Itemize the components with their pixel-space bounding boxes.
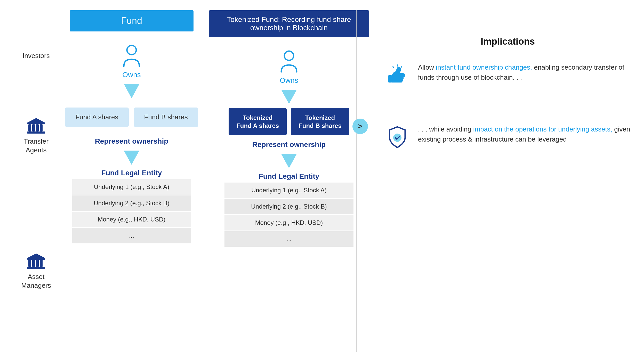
tokenized-owns-label: Owns — [280, 76, 298, 85]
tokenized-entity-title: Fund Legal Entity — [224, 172, 353, 180]
implication-1: Allow instant fund ownership changes, en… — [384, 62, 631, 88]
gt-symbol: > — [352, 119, 368, 134]
svg-rect-1 — [27, 131, 45, 134]
fund-column: Fund Owns Fund A shares Fund B shares Re… — [57, 10, 206, 352]
svg-rect-0 — [27, 123, 45, 124]
svg-rect-8 — [27, 267, 45, 269]
svg-rect-2 — [28, 124, 31, 131]
page-layout: Investors TransferAgents — [0, 0, 644, 362]
asset-managers-role: AssetManagers — [15, 252, 57, 290]
svg-rect-23 — [388, 75, 392, 83]
tokenized-column: > Tokenized Fund: Recording fund share o… — [206, 10, 372, 352]
fund-owns-label: Owns — [122, 71, 141, 79]
tokenized-money: Money (e.g., HKD, USD) — [224, 215, 353, 231]
tokenized-legal-entity: Fund Legal Entity Underlying 1 (e.g., St… — [224, 172, 353, 248]
tokenized-fund-b-box: Tokenized Fund B shares — [291, 108, 349, 135]
roles-column: Investors TransferAgents — [15, 10, 57, 352]
investor-person-fund — [121, 44, 142, 69]
svg-marker-16 — [124, 151, 139, 165]
tokenized-underlying1: Underlying 1 (e.g., Stock A) — [224, 183, 353, 198]
implication-2: . . . while avoiding impact on the opera… — [384, 124, 631, 150]
svg-marker-15 — [124, 84, 139, 98]
svg-line-22 — [393, 66, 394, 68]
fund-entity-title: Fund Legal Entity — [72, 169, 191, 177]
implication-1-text: Allow instant fund ownership changes, en… — [418, 62, 631, 83]
tokenized-fund-a-box: Tokenized Fund A shares — [229, 108, 287, 135]
svg-rect-12 — [40, 260, 43, 267]
svg-rect-4 — [36, 124, 39, 131]
fund-legal-entity: Fund Legal Entity Underlying 1 (e.g., St… — [72, 169, 191, 244]
implications-column: Implications Allow instant fund ownershi… — [372, 10, 631, 352]
fund-header: Fund — [70, 10, 194, 31]
fund-shares-row: Fund A shares Fund B shares — [65, 108, 198, 127]
fund-dots: ... — [72, 228, 191, 243]
tokenized-represent-arrow — [280, 154, 298, 168]
fund-underlying2: Underlying 2 (e.g., Stock B) — [72, 195, 191, 211]
transfer-agents-role: TransferAgents — [15, 117, 57, 155]
tokenized-dots: ... — [224, 231, 353, 247]
tokenized-shares-row: Tokenized Fund A shares Tokenized Fund B… — [229, 108, 349, 135]
svg-point-24 — [393, 134, 401, 142]
svg-rect-5 — [40, 124, 43, 131]
tokenized-header: Tokenized Fund: Recording fund share own… — [209, 10, 369, 37]
fund-represent-arrow — [123, 151, 141, 165]
asset-managers-label: AssetManagers — [21, 273, 51, 290]
tokenized-owns-arrow — [280, 90, 298, 104]
svg-rect-9 — [28, 260, 31, 267]
svg-marker-13 — [27, 253, 45, 258]
implication-1-icon — [384, 62, 410, 88]
svg-rect-10 — [32, 260, 35, 267]
svg-line-21 — [401, 66, 402, 68]
column-divider — [356, 10, 357, 352]
implication-2-icon — [384, 124, 410, 150]
tokenized-underlying2: Underlying 2 (e.g., Stock B) — [224, 199, 353, 214]
tokenized-represent-label: Represent ownership — [252, 141, 326, 149]
svg-rect-7 — [27, 258, 45, 260]
bank-icon-asset — [26, 252, 46, 270]
fund-owns-arrow — [123, 84, 141, 98]
svg-marker-18 — [281, 90, 297, 104]
fund-b-shares-box: Fund B shares — [134, 108, 198, 127]
fund-underlying1: Underlying 1 (e.g., Stock A) — [72, 179, 191, 195]
investors-role: Investors — [15, 52, 57, 60]
investor-person-tokenized — [279, 50, 299, 74]
svg-point-17 — [284, 51, 294, 60]
svg-marker-6 — [27, 118, 45, 123]
svg-rect-11 — [36, 260, 39, 267]
svg-rect-3 — [32, 124, 35, 131]
svg-point-14 — [127, 45, 136, 55]
transfer-agents-label: TransferAgents — [24, 137, 49, 155]
bank-icon-transfer — [26, 117, 46, 135]
fund-a-shares-box: Fund A shares — [65, 108, 128, 127]
implication-2-text: . . . while avoiding impact on the opera… — [418, 124, 631, 144]
fund-money: Money (e.g., HKD, USD) — [72, 212, 191, 227]
fund-represent-label: Represent ownership — [95, 137, 168, 145]
investors-label: Investors — [22, 52, 50, 60]
implications-title: Implications — [384, 36, 631, 47]
svg-marker-19 — [281, 154, 297, 168]
